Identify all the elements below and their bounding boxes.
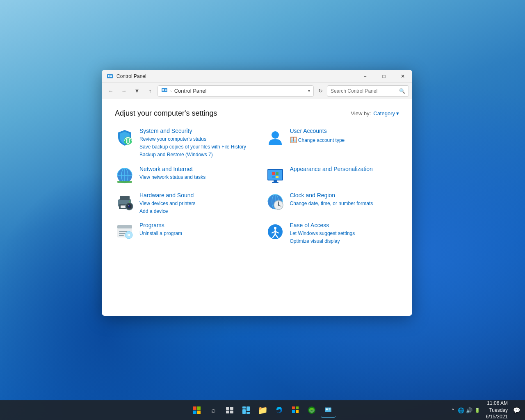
close-button[interactable]: ✕ bbox=[393, 70, 412, 83]
control-panel-window: Control Panel − □ ✕ ← → ▼ ↑ › Control Pa… bbox=[102, 70, 412, 316]
back-button[interactable]: ← bbox=[105, 85, 116, 97]
store-button[interactable] bbox=[288, 403, 303, 418]
ease-content: Ease of Access Let Windows suggest setti… bbox=[290, 222, 399, 245]
svg-rect-66 bbox=[247, 406, 250, 411]
svg-rect-16 bbox=[117, 181, 132, 183]
programs-name[interactable]: Programs bbox=[139, 222, 249, 228]
svg-rect-76 bbox=[329, 409, 331, 410]
svg-rect-68 bbox=[292, 406, 295, 409]
widgets-button[interactable] bbox=[239, 403, 253, 418]
svg-point-48 bbox=[128, 234, 130, 235]
up-button[interactable]: ↑ bbox=[144, 85, 156, 97]
svg-rect-22 bbox=[276, 176, 278, 178]
ease-icon bbox=[265, 222, 285, 242]
maximize-button[interactable]: □ bbox=[374, 70, 393, 83]
svg-rect-61 bbox=[230, 407, 233, 410]
address-bar[interactable]: › Control Panel ▾ bbox=[158, 85, 314, 97]
edge-button[interactable] bbox=[272, 403, 286, 418]
svg-rect-62 bbox=[226, 411, 229, 413]
forward-button[interactable]: → bbox=[118, 85, 130, 97]
svg-rect-67 bbox=[247, 412, 250, 414]
user-accounts-icon bbox=[265, 128, 285, 147]
clock-name[interactable]: Clock and Region bbox=[290, 192, 399, 199]
system-security-icon bbox=[115, 128, 135, 147]
svg-rect-19 bbox=[272, 172, 275, 175]
svg-rect-24 bbox=[272, 182, 278, 183]
clock-icon bbox=[265, 192, 285, 212]
network-link-1[interactable]: View network status and tasks bbox=[139, 173, 249, 181]
tray-chevron[interactable]: ^ bbox=[451, 407, 455, 413]
tray-battery-icon[interactable]: 🔋 bbox=[474, 406, 481, 414]
svg-rect-43 bbox=[119, 231, 127, 232]
ease-name[interactable]: Ease of Access bbox=[290, 222, 399, 228]
svg-rect-3 bbox=[110, 76, 112, 77]
system-security-link-1[interactable]: Review your computer's status bbox=[139, 135, 249, 143]
category-item-appearance: Appearance and Personalization bbox=[265, 166, 399, 185]
tray-network-icon[interactable]: 🌐 bbox=[457, 406, 465, 414]
taskbar-search-button[interactable]: ⌕ bbox=[206, 403, 221, 418]
task-view-button[interactable] bbox=[222, 403, 237, 418]
network-name[interactable]: Network and Internet bbox=[139, 166, 249, 172]
svg-rect-65 bbox=[242, 409, 246, 414]
category-item-ease: Ease of Access Let Windows suggest setti… bbox=[265, 222, 399, 245]
svg-point-33 bbox=[128, 205, 129, 206]
view-by-label: View by: bbox=[351, 110, 371, 116]
recent-locations-button[interactable]: ▼ bbox=[131, 85, 143, 97]
view-by-dropdown[interactable]: Category ▾ bbox=[373, 110, 399, 116]
system-security-link-3[interactable]: Backup and Restore (Windows 7) bbox=[139, 151, 249, 159]
taskbar: ⌕ 📁 bbox=[0, 400, 525, 420]
svg-rect-6 bbox=[165, 89, 167, 90]
ease-link-1[interactable]: Let Windows suggest settings bbox=[290, 230, 399, 237]
taskbar-center: ⌕ 📁 bbox=[189, 403, 336, 418]
search-box[interactable]: 🔍 bbox=[327, 85, 409, 97]
hardware-link-2[interactable]: Add a device bbox=[139, 208, 249, 215]
clock-link-1[interactable]: Change date, time, or number formats bbox=[290, 200, 399, 208]
programs-icon bbox=[115, 222, 135, 242]
address-separator: › bbox=[170, 89, 172, 94]
view-by-control: View by: Category ▾ bbox=[351, 110, 399, 116]
tray-speaker-icon[interactable]: 🔊 bbox=[466, 406, 473, 414]
window-title: Control Panel bbox=[116, 73, 356, 79]
hardware-content: Hardware and Sound View devices and prin… bbox=[139, 192, 249, 215]
categories-grid: System and Security Review your computer… bbox=[115, 128, 399, 245]
programs-content: Programs Uninstall a program bbox=[139, 222, 249, 237]
svg-rect-5 bbox=[162, 89, 164, 91]
system-security-link-2[interactable]: Save backup copies of your files with Fi… bbox=[139, 143, 249, 151]
svg-rect-60 bbox=[226, 407, 229, 410]
search-input[interactable] bbox=[331, 88, 397, 94]
xbox-button[interactable] bbox=[304, 403, 319, 418]
svg-rect-69 bbox=[296, 406, 299, 409]
notification-icon[interactable]: 💬 bbox=[513, 406, 520, 414]
window-icon bbox=[107, 73, 113, 80]
content-header: Adjust your computer's settings View by:… bbox=[115, 109, 399, 118]
svg-rect-56 bbox=[193, 406, 196, 410]
user-accounts-link-1[interactable]: 🪟 Change account type bbox=[290, 135, 399, 144]
file-explorer-button[interactable]: 📁 bbox=[255, 403, 270, 418]
window-controls: − □ ✕ bbox=[356, 70, 412, 83]
clock-display[interactable]: 11:06 AM Tuesday6/15/2021 bbox=[484, 399, 510, 420]
svg-rect-70 bbox=[292, 410, 295, 413]
appearance-icon bbox=[265, 166, 285, 185]
svg-rect-7 bbox=[165, 90, 167, 91]
minimize-button[interactable]: − bbox=[356, 70, 374, 83]
svg-rect-63 bbox=[230, 411, 233, 413]
appearance-name[interactable]: Appearance and Personalization bbox=[290, 166, 399, 172]
clock-time: 11:06 AM bbox=[486, 400, 508, 407]
hardware-link-1[interactable]: View devices and printers bbox=[139, 200, 249, 208]
taskbar-control-panel-button[interactable] bbox=[321, 403, 336, 418]
search-icon[interactable]: 🔍 bbox=[399, 88, 405, 94]
view-by-value-text: Category bbox=[373, 110, 395, 116]
start-button[interactable] bbox=[189, 403, 204, 418]
category-item-system-security: System and Security Review your computer… bbox=[115, 128, 249, 159]
system-security-name[interactable]: System and Security bbox=[139, 128, 249, 134]
address-dropdown-arrow[interactable]: ▾ bbox=[308, 89, 310, 93]
content-area: Adjust your computer's settings View by:… bbox=[102, 99, 412, 316]
hardware-name[interactable]: Hardware and Sound bbox=[139, 192, 249, 199]
svg-rect-20 bbox=[276, 172, 278, 175]
refresh-button[interactable]: ↻ bbox=[315, 86, 325, 96]
page-title: Adjust your computer's settings bbox=[115, 109, 217, 118]
svg-rect-64 bbox=[242, 406, 246, 409]
ease-link-2[interactable]: Optimize visual display bbox=[290, 237, 399, 245]
programs-link-1[interactable]: Uninstall a program bbox=[139, 230, 249, 237]
user-accounts-name[interactable]: User Accounts bbox=[290, 128, 399, 134]
